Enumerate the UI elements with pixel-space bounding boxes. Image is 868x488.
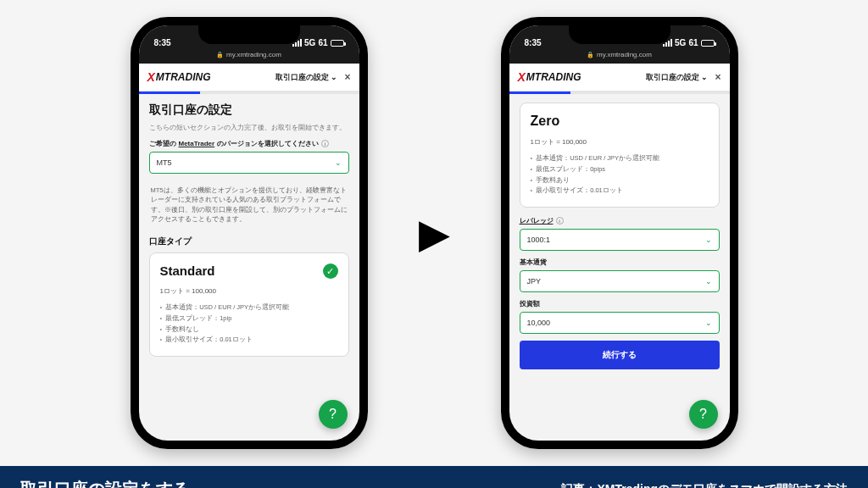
phone-notch: [569, 25, 670, 44]
status-battery: 61: [318, 38, 327, 47]
arrow-right-icon: ▶: [419, 209, 450, 257]
url-text: my.xmtrading.com: [597, 51, 652, 58]
url-text: my.xmtrading.com: [226, 51, 281, 58]
card-bullets: 基本通貨：USD / EUR / JPYから選択可能 最低スプレッド：1pip …: [160, 302, 338, 346]
help-fab[interactable]: ?: [319, 400, 348, 429]
chevron-down-icon: ⌄: [705, 277, 712, 286]
help-fab[interactable]: ?: [689, 400, 718, 429]
currency-value: JPY: [527, 277, 542, 286]
card-lot: 1ロット = 100,000: [531, 137, 709, 147]
header-menu[interactable]: 取引口座の設定 ⌄: [275, 72, 338, 83]
metatrader-select[interactable]: MT5 ⌄: [149, 152, 349, 174]
browser-url-bar[interactable]: 🔒 my.xmtrading.com: [509, 49, 730, 64]
currency-label: 基本通貨: [520, 258, 720, 267]
metatrader-value: MT5: [157, 158, 172, 167]
page-subtitle: こちらの短いセクションの入力完了後、お取引を開始できます。: [149, 123, 349, 132]
currency-select[interactable]: JPY ⌄: [520, 270, 720, 292]
status-time: 8:35: [525, 38, 542, 47]
continue-button[interactable]: 続行する: [520, 341, 720, 369]
chevron-down-icon: ⌄: [705, 319, 712, 327]
header-menu[interactable]: 取引口座の設定 ⌄: [646, 72, 709, 83]
phone-right: 8:35 5G 61 🔒 my.xmtrading.com XMTRADING …: [501, 17, 738, 449]
app-header: XMTRADING 取引口座の設定 ⌄ ×: [139, 64, 359, 92]
battery-icon: [701, 40, 715, 47]
phone-left: 8:35 5G 61 🔒 my.xmtrading.com XMTRADING …: [131, 17, 368, 449]
status-network: 5G: [675, 38, 686, 47]
chevron-down-icon: ⌄: [331, 73, 337, 81]
app-header: XMTRADING 取引口座の設定 ⌄ ×: [509, 64, 730, 92]
amount-select[interactable]: 10,000 ⌄: [520, 312, 720, 334]
info-icon[interactable]: i: [321, 140, 329, 147]
amount-label: 投資額: [520, 299, 720, 308]
card-bullets: 基本通貨：USD / EUR / JPYから選択可能 最低スプレッド：0pips…: [531, 153, 709, 197]
help-icon: ?: [329, 407, 337, 422]
card-title: Zero: [531, 114, 709, 129]
check-icon: ✓: [323, 263, 338, 279]
lock-icon: 🔒: [587, 52, 594, 58]
leverage-value: 1000:1: [527, 236, 551, 244]
help-icon: ?: [699, 407, 707, 422]
browser-url-bar[interactable]: 🔒 my.xmtrading.com: [139, 49, 359, 64]
banner-title: 取引口座の設定をする: [20, 478, 190, 488]
phone-notch: [198, 25, 300, 44]
account-card-standard[interactable]: ✓ Standard 1ロット = 100,000 基本通貨：USD / EUR…: [149, 252, 349, 357]
chevron-down-icon: ⌄: [335, 158, 342, 167]
page-title: 取引口座の設定: [149, 103, 349, 118]
chevron-down-icon: ⌄: [701, 73, 708, 81]
banner-article: 記事：XMTradingのデモ口座をスマホで開設する方法: [561, 482, 848, 489]
account-type-heading: 口座タイプ: [149, 236, 349, 247]
metatrader-label: ご希望のMetaTraderのバージョンを選択してください i: [149, 139, 349, 148]
close-icon[interactable]: ×: [715, 71, 721, 83]
battery-icon: [331, 40, 344, 47]
brand-logo[interactable]: XMTRADING: [147, 70, 211, 84]
status-time: 8:35: [154, 38, 171, 47]
account-card-zero[interactable]: Zero 1ロット = 100,000 基本通貨：USD / EUR / JPY…: [520, 103, 720, 208]
leverage-label: レバレッジ i: [520, 216, 720, 225]
metatrader-description: MT5は、多くの機能とオプションを提供しており、経験豊富なトレーダーに支持されて…: [149, 180, 349, 232]
chevron-down-icon: ⌄: [705, 236, 712, 244]
info-icon[interactable]: i: [556, 217, 564, 225]
brand-logo[interactable]: XMTRADING: [518, 70, 581, 84]
lock-icon: 🔒: [216, 52, 224, 58]
article-banner: 取引口座の設定をする 記事：XMTradingのデモ口座をスマホで開設する方法: [0, 466, 868, 488]
amount-value: 10,000: [527, 319, 551, 327]
status-network: 5G: [304, 38, 315, 47]
leverage-select[interactable]: 1000:1 ⌄: [520, 229, 720, 251]
card-title: Standard: [160, 263, 338, 278]
close-icon[interactable]: ×: [344, 71, 350, 83]
card-lot: 1ロット = 100,000: [160, 286, 338, 296]
status-battery: 61: [688, 38, 698, 47]
